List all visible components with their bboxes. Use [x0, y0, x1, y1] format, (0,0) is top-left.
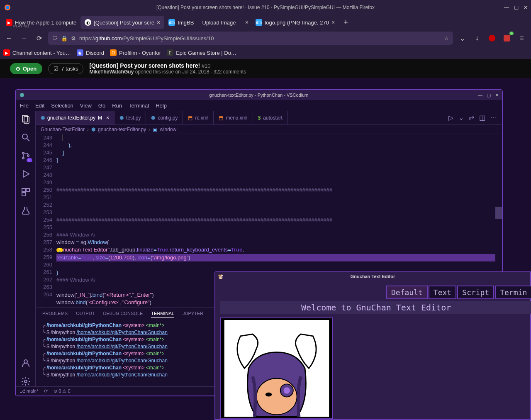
new-tab-button[interactable]: +: [339, 18, 353, 27]
svg-point-14: [24, 380, 27, 383]
panel-tab-problems[interactable]: PROBLEMS: [42, 311, 68, 317]
editor-tab-autostart[interactable]: $autostart: [253, 111, 288, 125]
close-button[interactable]: ✕: [524, 5, 528, 10]
svg-rect-12: [22, 193, 25, 196]
url-text: https://github.com/PySimpleGUI/PySimpleG…: [79, 35, 214, 42]
svg-point-17: [266, 393, 272, 397]
minimize-button[interactable]: —: [504, 5, 509, 10]
tab-close-button[interactable]: ×: [245, 19, 248, 26]
bookmarks-bar: ▶Channel content - You… ◉Discord OProfil…: [0, 46, 531, 59]
tab-logo-png[interactable]: ibb logo.png (PNG Image, 270 ×: [251, 16, 339, 29]
panel-tab-debug[interactable]: DEBUG CONSOLE: [103, 311, 143, 317]
bookmark-channel[interactable]: ▶Channel content - You…: [3, 49, 71, 56]
gnuchan-tab-script[interactable]: Script: [457, 286, 494, 299]
imgbb-icon: ibb: [168, 19, 175, 26]
app-menu-button[interactable]: ≡: [516, 32, 528, 44]
menu-help[interactable]: Help: [156, 103, 167, 109]
run-button[interactable]: ▷: [448, 114, 453, 122]
python-icon: ⬢: [41, 115, 45, 121]
python-icon: ⬢: [91, 127, 95, 132]
gnuchan-tab-text[interactable]: Text: [429, 286, 456, 299]
gnuchan-app-icon: 🐮: [218, 274, 223, 279]
vscode-title: gnuchan-textEditor.py - PythonChan - VSC…: [209, 93, 308, 98]
forward-button[interactable]: →: [18, 32, 30, 44]
menu-run[interactable]: Run: [112, 103, 122, 109]
svg-point-1: [6, 6, 9, 9]
breadcrumb[interactable]: Gnuchan-TextEditor› ⬢gnuchan-textEditor.…: [36, 125, 502, 134]
menu-edit[interactable]: Edit: [35, 103, 44, 109]
menu-file[interactable]: File: [20, 103, 29, 109]
tab-playing-indicator: PLAYING: [13, 24, 29, 28]
settings-gear-icon[interactable]: [21, 376, 31, 386]
close-button[interactable]: ✕: [495, 93, 499, 98]
bookmark-discord[interactable]: ◉Discord: [77, 49, 104, 56]
tasklist-icon: ☑: [54, 66, 58, 72]
shell-icon: $: [258, 115, 261, 121]
panel-tab-terminal[interactable]: TERMINAL: [151, 311, 174, 318]
split-editor-icon[interactable]: ◫: [479, 114, 485, 122]
problems-indicator[interactable]: ⊘ 0 ⚠ 0: [54, 388, 70, 394]
editor-tab-test[interactable]: ⬢test.py: [114, 111, 146, 125]
menu-view[interactable]: View: [80, 103, 92, 109]
tab-close-button[interactable]: ×: [106, 115, 109, 121]
issue-title-block: [Question] Post your screen shots here! …: [89, 62, 246, 75]
gnuchan-tab-default[interactable]: Default: [386, 286, 428, 299]
svg-point-4: [22, 134, 27, 139]
issue-tasks-badge[interactable]: ☑7 tasks: [48, 63, 83, 74]
compare-icon[interactable]: ⇄: [469, 114, 474, 122]
pocket-button[interactable]: ⌄: [456, 32, 468, 44]
tab-label: ImgBB — Upload Image —: [178, 20, 243, 26]
panel-tab-jupyter[interactable]: JUPYTER: [183, 311, 203, 317]
extension-button[interactable]: 9: [501, 32, 513, 44]
panel-tab-output[interactable]: OUTPUT: [76, 311, 95, 317]
ublock-icon[interactable]: [486, 32, 498, 44]
issue-title: [Question] Post your screen shots here!: [89, 62, 200, 69]
editor-tab-config[interactable]: ⬢config.py: [146, 111, 183, 125]
testing-icon[interactable]: [21, 205, 31, 215]
tab-youtube[interactable]: ▶ How the Apple 1 compute PLAYING: [2, 16, 80, 29]
minimize-button[interactable]: —: [478, 93, 482, 98]
menu-go[interactable]: Go: [98, 103, 105, 109]
vscode-menu-bar: File Edit Selection View Go Run Terminal…: [16, 100, 502, 111]
run-dropdown-icon[interactable]: ⌄: [458, 114, 464, 122]
back-button[interactable]: ←: [3, 32, 15, 44]
sync-button[interactable]: ⟳: [44, 388, 48, 394]
search-icon[interactable]: [21, 132, 31, 142]
bookmark-star-icon[interactable]: ☆: [444, 35, 449, 42]
explorer-icon[interactable]: [21, 114, 31, 124]
maximize-button[interactable]: ▢: [514, 5, 519, 10]
tab-close-button[interactable]: ×: [157, 19, 160, 26]
branch-indicator[interactable]: ⎇ main*: [20, 388, 38, 394]
app-icon: [20, 93, 24, 97]
shield-icon: 🛡: [52, 35, 58, 42]
menu-terminal[interactable]: Terminal: [129, 103, 149, 109]
modified-indicator: M: [98, 115, 102, 121]
bookmark-oyunfor[interactable]: OProfilim - Oyunfor: [110, 49, 161, 56]
editor-tab-rc-xml[interactable]: ⬒rc.xml: [183, 111, 214, 125]
more-actions-icon[interactable]: ⋯: [490, 114, 497, 122]
editor-tab-gnuchan[interactable]: ⬢gnuchan-textEditor.py M×: [36, 111, 114, 125]
svg-point-16: [256, 378, 297, 415]
gnuchan-tab-terminal[interactable]: Termin: [495, 286, 531, 299]
firefox-tab-strip: ▶ How the Apple 1 compute PLAYING ◐ [Que…: [0, 15, 531, 30]
extensions-icon[interactable]: [21, 187, 31, 197]
run-debug-icon[interactable]: [21, 169, 31, 179]
youtube-icon: ▶: [6, 19, 12, 26]
tab-imgbb[interactable]: ibb ImgBB — Upload Image — ×: [164, 16, 251, 29]
issue-author[interactable]: MikeTheWatchGuy: [89, 69, 134, 75]
issue-status-open: ⊙Open: [10, 63, 42, 74]
issue-number: #10: [202, 63, 211, 69]
bookmark-epic[interactable]: EEpic Games Store | Do…: [167, 49, 236, 56]
tab-github[interactable]: ◐ [Question] Post your scre ×: [80, 16, 164, 29]
maximize-button[interactable]: ▢: [487, 93, 491, 98]
menu-selection[interactable]: Selection: [51, 103, 73, 109]
tab-close-button[interactable]: ×: [331, 19, 335, 26]
source-control-icon[interactable]: 8: [21, 151, 31, 161]
accounts-icon[interactable]: [21, 358, 31, 368]
gnuchan-titlebar: 🐮 Gnuchan Text Editor: [215, 272, 530, 281]
window-title: [Question] Post your screen shots here! …: [156, 5, 375, 10]
reload-button[interactable]: ⟳: [33, 32, 45, 44]
editor-tab-menu-xml[interactable]: ⬒menu.xml: [214, 111, 253, 125]
downloads-button[interactable]: ↓: [471, 32, 483, 44]
url-bar[interactable]: 🛡 🔒 ⚙ https://github.com/PySimpleGUI/PyS…: [48, 32, 453, 45]
